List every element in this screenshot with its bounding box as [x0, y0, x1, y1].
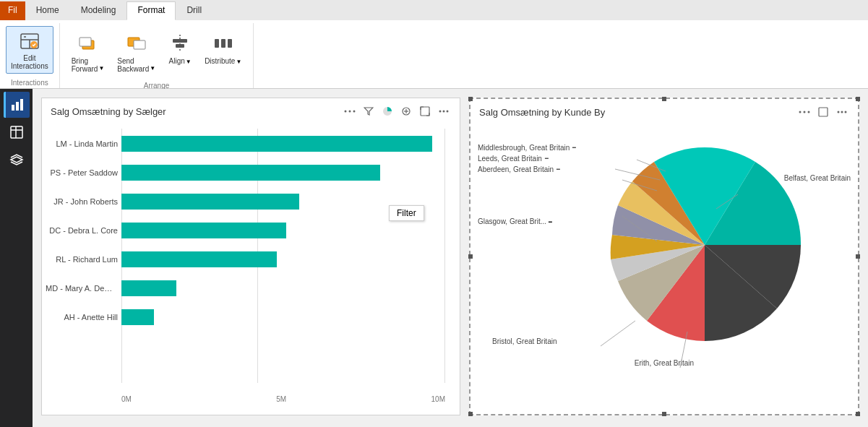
bar-3 — [121, 223, 286, 238]
sidebar-item-layers[interactable] — [4, 147, 30, 173]
pie-chart-icons — [797, 105, 849, 119]
expand-icon[interactable] — [418, 104, 432, 118]
distribute-label: Distribute — [205, 57, 235, 65]
handle-top[interactable] — [662, 97, 666, 101]
tab-fil[interactable]: Fil — [0, 1, 25, 20]
handle-tr[interactable] — [856, 97, 860, 101]
bar-1 — [121, 165, 380, 181]
bar-row-5: MD - Mary A. Dempsey — [121, 280, 445, 296]
bar-label-3: DC - Debra L. Core — [46, 226, 118, 235]
bar-2 — [121, 194, 299, 210]
pie-label-leeds: Leeds, Great Britain ━ — [478, 155, 576, 163]
sidebar-item-barchart[interactable] — [4, 92, 30, 118]
ribbon: Fil Home Modeling Format Drill — [0, 0, 868, 90]
pie-ellipsis[interactable] — [835, 105, 849, 119]
svg-point-22 — [353, 111, 356, 113]
filter-tooltip: Filter — [389, 205, 424, 221]
ribbon-group-interactions: EditInteractions Interactions — [0, 23, 60, 88]
bar-row-3: DC - Debra L. Core — [121, 223, 445, 238]
pie-label-middlesbrough: Middlesbrough, Great Britain ━ — [478, 144, 576, 152]
svg-point-20 — [345, 111, 347, 113]
bar-chart-icons — [343, 104, 451, 118]
handle-bottom[interactable] — [662, 412, 666, 416]
bar-0 — [121, 136, 432, 152]
distribute-button[interactable]: Distribute ▼ — [199, 26, 247, 71]
tab-drill[interactable]: Drill — [176, 1, 212, 20]
bar-label-2: JR - John Roberts — [46, 197, 118, 206]
svg-point-32 — [808, 111, 810, 113]
svg-rect-13 — [228, 39, 232, 48]
bar-row-0: LM - Linda Martin — [121, 136, 445, 152]
svg-rect-16 — [20, 99, 23, 111]
svg-point-27 — [439, 111, 442, 113]
filter-icon[interactable] — [361, 104, 376, 118]
svg-point-35 — [841, 111, 843, 113]
ribbon-items-interactions: EditInteractions — [6, 23, 53, 74]
send-backward-button[interactable]: SendBackward ▼ — [111, 26, 161, 79]
pie-labels-left: Middlesbrough, Great Britain ━ Leeds, Gr… — [478, 144, 576, 176]
svg-point-28 — [443, 111, 445, 113]
ribbon-group-arrange: BringForward ▼ — [60, 23, 254, 88]
edit-interactions-icon — [18, 30, 41, 53]
bring-forward-button[interactable]: BringForward ▼ — [66, 26, 111, 79]
handle-tl[interactable] — [468, 97, 473, 101]
bar-label-4: RL - Richard Lum — [46, 255, 118, 264]
edit-interactions-label: EditInteractions — [11, 54, 48, 70]
align-button[interactable]: Align ▼ — [163, 26, 197, 71]
svg-rect-11 — [215, 39, 219, 48]
align-label: Align — [169, 57, 185, 65]
pie-expand-icon[interactable] — [816, 105, 830, 119]
svg-rect-17 — [11, 126, 22, 138]
bar-chart-title: Salg Omsætning by Sælger — [51, 106, 166, 117]
bar-5 — [121, 280, 176, 296]
bar-chart-more-icon — [343, 104, 357, 118]
svg-point-31 — [804, 111, 806, 113]
main-canvas: Salg Omsætning by Sælger — [33, 89, 868, 427]
svg-rect-12 — [221, 39, 225, 48]
distribute-icon — [212, 32, 235, 57]
bar-row-1: PS - Peter Saddow — [121, 165, 445, 181]
edit-interactions-button[interactable]: EditInteractions — [6, 26, 53, 74]
bar-label-0: LM - Linda Martin — [46, 139, 118, 148]
x-label-1: 5M — [276, 395, 286, 403]
pie-label-bristol: Bristol, Great Britain — [492, 336, 557, 346]
send-backward-icon — [125, 32, 148, 57]
svg-point-29 — [447, 111, 449, 113]
pie-chart-panel: Salg Omsætning by Kunde By Middlesbrough… — [469, 98, 859, 415]
pie-chart-area: Middlesbrough, Great Britain ━ Leeds, Gr… — [470, 122, 858, 389]
svg-point-30 — [799, 111, 802, 113]
tab-modeling[interactable]: Modeling — [70, 1, 127, 20]
bring-forward-icon — [77, 32, 100, 57]
svg-rect-9 — [173, 39, 187, 43]
pie-icon[interactable] — [380, 104, 395, 118]
pie-label-erith: Erith, Great Britain — [635, 358, 694, 368]
handle-bl[interactable] — [468, 412, 473, 416]
ribbon-tab-bar: Fil Home Modeling Format Drill — [0, 0, 868, 20]
tab-home[interactable]: Home — [25, 1, 70, 20]
svg-rect-26 — [421, 107, 429, 116]
x-label-0: 0M — [121, 395, 132, 403]
pie-label-aberdeen: Aberdeen, Great Britain ━ — [478, 165, 576, 173]
interactions-group-label: Interactions — [6, 76, 53, 88]
bar-chart-header: Salg Omsætning by Sælger — [42, 98, 460, 121]
sidebar-item-table[interactable] — [4, 119, 30, 145]
svg-rect-7 — [134, 40, 145, 49]
ribbon-items-arrange: BringForward ▼ — [66, 23, 248, 79]
handle-br[interactable] — [856, 412, 860, 416]
bar-chart-ellipsis[interactable] — [437, 104, 451, 118]
bar-chart-area: LM - Linda Martin PS - Peter Saddow JR -… — [42, 129, 460, 403]
tab-format[interactable]: Format — [126, 1, 176, 20]
sidebar — [0, 89, 33, 427]
pie-chart-title: Salg Omsætning by Kunde By — [479, 107, 605, 118]
bar-label-1: PS - Peter Saddow — [46, 168, 118, 177]
svg-rect-14 — [12, 105, 14, 111]
svg-rect-5 — [80, 38, 91, 46]
pie-label-glasgow: Glasgow, Great Brit... ━ — [478, 216, 552, 226]
bar-6 — [121, 309, 154, 325]
focus-icon[interactable] — [399, 104, 413, 118]
svg-rect-10 — [176, 44, 184, 48]
bar-label-6: AH - Anette Hill — [46, 313, 118, 322]
svg-point-34 — [838, 111, 840, 113]
bring-forward-label: BringForward — [72, 57, 98, 73]
align-icon — [168, 32, 192, 57]
